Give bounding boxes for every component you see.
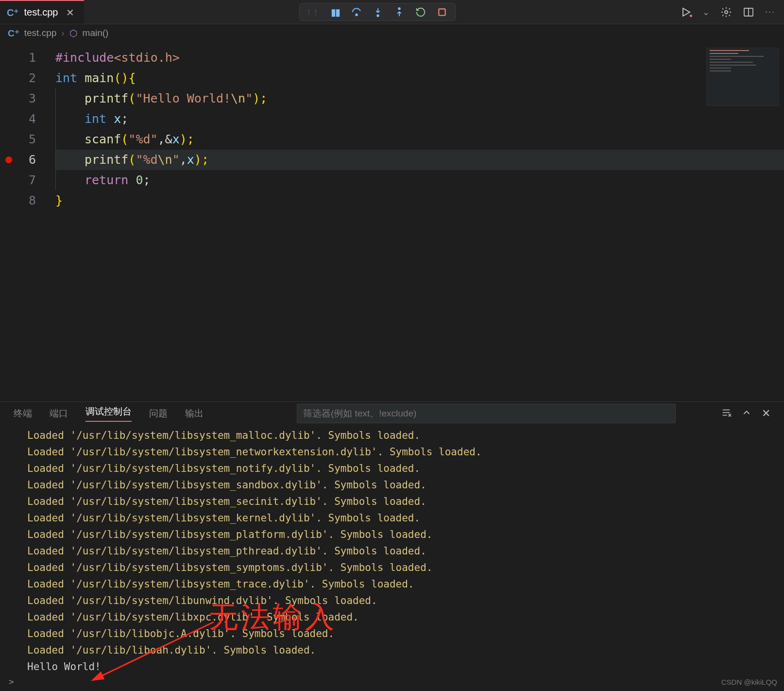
close-tab-icon[interactable]: ✕ [63,6,77,19]
collapse-panel-icon[interactable] [741,407,752,420]
filter-input-wrap [297,404,676,423]
watermark: CSDN @kikiLQQ [721,678,777,686]
svg-point-2 [398,7,400,9]
line-number-gutter: 1 2 3 4 5 6 7 8 [17,42,47,401]
bottom-panel: 终端 端口 调试控制台 问题 输出 ✕ Loaded '/usr/lib/sys… [0,401,784,691]
minimap[interactable] [706,48,779,106]
panel-tab-bar: 终端 端口 调试控制台 问题 输出 ✕ [0,402,784,425]
tab-bar: C⁺ test.cpp ✕ ⋮⋮ ▮▮ ● ⌄ [0,0,784,24]
breakpoint-gutter[interactable] [0,42,17,401]
annotation-text: 无法输入 [209,598,337,637]
close-panel-icon[interactable]: ✕ [762,407,770,420]
breadcrumb-symbol[interactable]: main() [83,28,109,38]
editor-tab-test-cpp[interactable]: C⁺ test.cpp ✕ [0,0,84,24]
clear-console-icon[interactable] [721,407,732,420]
symbol-method-icon: ⬡ [69,28,78,39]
step-into-icon[interactable] [371,5,385,19]
breadcrumb-file[interactable]: test.cpp [24,28,57,38]
stop-icon[interactable] [435,5,449,19]
debug-console-output[interactable]: Loaded '/usr/lib/system/libsystem_malloc… [0,425,784,672]
cpp-file-icon: C⁺ [8,28,19,39]
step-out-icon[interactable] [392,5,407,19]
tab-output[interactable]: 输出 [185,407,204,420]
tab-problems[interactable]: 问题 [149,407,168,420]
chevron-right-icon: › [61,28,64,38]
gear-icon[interactable] [720,6,732,18]
svg-point-1 [377,15,379,17]
cpp-file-icon: C⁺ [7,7,19,18]
chevron-down-icon[interactable]: ⌄ [702,7,710,17]
breadcrumb[interactable]: C⁺ test.cpp › ⬡ main() [0,24,784,42]
tab-debug-console[interactable]: 调试控制台 [85,405,132,422]
code-content[interactable]: #include<stdio.h> int main(){ printf("He… [47,42,784,401]
editor-title-actions: ● ⌄ ··· [671,0,784,24]
step-over-icon[interactable] [349,5,364,19]
code-editor[interactable]: 1 2 3 4 5 6 7 8 #include<stdio.h> int ma… [0,42,784,401]
svg-point-4 [725,11,728,14]
more-icon[interactable]: ··· [765,7,775,17]
filter-input[interactable] [297,404,676,423]
tab-ports[interactable]: 端口 [50,407,68,420]
tab-filename: test.cpp [24,7,58,18]
drag-grip-icon[interactable]: ⋮⋮ [306,8,319,16]
restart-icon[interactable] [413,5,428,19]
tab-terminal[interactable]: 终端 [14,407,32,420]
svg-rect-3 [439,9,445,15]
pause-icon[interactable]: ▮▮ [328,5,342,19]
debug-console-input[interactable]: > [0,672,784,691]
run-debug-icon[interactable]: ● [680,6,692,18]
split-editor-icon[interactable] [743,6,754,18]
breakpoint-icon[interactable] [5,156,12,163]
svg-point-0 [356,14,358,16]
debug-toolbar[interactable]: ⋮⋮ ▮▮ [299,3,456,21]
